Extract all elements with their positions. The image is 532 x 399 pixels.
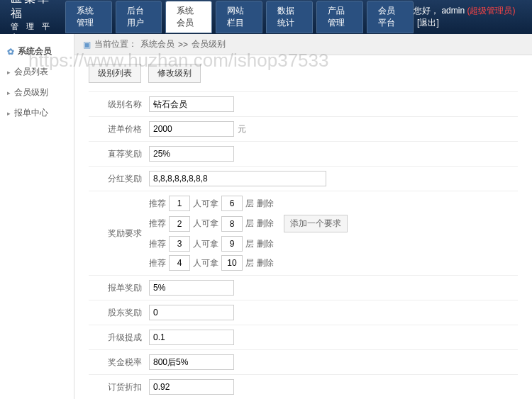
sidebar-item-1[interactable]: ▸会员级别 bbox=[0, 82, 74, 103]
shareholder-label: 股东奖励 bbox=[89, 307, 149, 319]
nav-tabs: 系统管理后台用户系统会员网站栏目数据统计产品管理会员平台 bbox=[65, 1, 414, 33]
tier-people-input[interactable] bbox=[169, 236, 190, 252]
gear-icon: ✿ bbox=[7, 47, 14, 57]
triangle-icon: ▸ bbox=[7, 89, 11, 96]
tier-delete-button[interactable]: 删除 bbox=[257, 198, 274, 210]
tier-delete-button[interactable]: 删除 bbox=[257, 257, 274, 269]
tier-row: 推荐人可拿层删除 bbox=[149, 196, 348, 211]
user-role: (超级管理员) bbox=[467, 6, 515, 16]
breadcrumb-label: 当前位置： bbox=[94, 38, 137, 50]
tax-input[interactable] bbox=[149, 354, 234, 370]
level-name-label: 级别名称 bbox=[89, 99, 149, 111]
tier-people-input[interactable] bbox=[169, 196, 190, 211]
logo-text: 匯集幸福 bbox=[11, 0, 58, 21]
breadcrumb-sep: >> bbox=[178, 40, 188, 50]
report-bonus-label: 报单奖励 bbox=[89, 282, 149, 294]
tier-label: 奖励要求 bbox=[89, 227, 149, 240]
price-unit: 元 bbox=[238, 123, 246, 135]
main-content: ▣ 当前位置： 系统会员 >> 会员级别 级别列表修改级别 级别名称 进单价格 … bbox=[74, 34, 532, 399]
direct-bonus-label: 直荐奖励 bbox=[89, 148, 149, 160]
nav-tab-6[interactable]: 会员平台 bbox=[367, 1, 414, 33]
nav-tab-2[interactable]: 系统会员 bbox=[165, 1, 212, 33]
tier-layers-input[interactable] bbox=[221, 255, 243, 271]
nav-tab-1[interactable]: 后台用户 bbox=[116, 1, 162, 33]
discount-label: 订货折扣 bbox=[89, 381, 149, 393]
tier-layers-input[interactable] bbox=[221, 236, 243, 252]
level-name-input[interactable] bbox=[149, 96, 234, 112]
nav-tab-3[interactable]: 网站栏目 bbox=[216, 1, 262, 33]
tier-row: 推荐人可拿层删除 bbox=[149, 236, 348, 252]
tier-people-input[interactable] bbox=[169, 255, 190, 271]
triangle-icon: ▸ bbox=[7, 69, 11, 76]
direct-bonus-input[interactable] bbox=[149, 146, 234, 162]
tax-label: 奖金税率 bbox=[89, 356, 149, 369]
location-icon: ▣ bbox=[83, 40, 91, 50]
price-input[interactable] bbox=[149, 121, 234, 137]
breadcrumb: ▣ 当前位置： 系统会员 >> 会员级别 bbox=[74, 34, 532, 55]
report-bonus-input[interactable] bbox=[149, 280, 234, 296]
dividend-input[interactable] bbox=[149, 171, 326, 186]
nav-tab-4[interactable]: 数据统计 bbox=[266, 1, 313, 33]
tier-row: 推荐人可拿层删除 bbox=[149, 255, 348, 271]
breadcrumb-path1: 系统会员 bbox=[140, 38, 174, 50]
nav-tab-0[interactable]: 系统管理 bbox=[65, 1, 112, 33]
tier-delete-button[interactable]: 删除 bbox=[257, 218, 274, 230]
breadcrumb-path2: 会员级别 bbox=[192, 38, 226, 50]
tier-delete-button[interactable]: 删除 bbox=[257, 238, 274, 250]
price-label: 进单价格 bbox=[89, 123, 149, 135]
tier-layers-input[interactable] bbox=[221, 196, 243, 211]
triangle-icon: ▸ bbox=[7, 110, 11, 117]
greeting: 您好， bbox=[414, 6, 439, 16]
username: admin bbox=[441, 6, 465, 16]
sub-tab-1[interactable]: 修改级别 bbox=[148, 64, 201, 83]
tier-people-input[interactable] bbox=[169, 216, 190, 232]
upgrade-label: 升级提成 bbox=[89, 332, 149, 344]
logout-link[interactable]: [退出] bbox=[417, 18, 439, 28]
shareholder-input[interactable] bbox=[149, 305, 234, 320]
discount-input[interactable] bbox=[149, 379, 234, 395]
header-user-info: 您好， admin (超级管理员) [退出] bbox=[414, 5, 521, 29]
sub-tab-0[interactable]: 级别列表 bbox=[89, 64, 141, 83]
nav-tab-5[interactable]: 产品管理 bbox=[316, 1, 363, 33]
sidebar-title: ✿ 系统会员 bbox=[0, 41, 74, 62]
sidebar-item-0[interactable]: ▸会员列表 bbox=[0, 62, 74, 82]
sidebar-item-2[interactable]: ▸报单中心 bbox=[0, 103, 74, 123]
sidebar: ✿ 系统会员 ▸会员列表▸会员级别▸报单中心 bbox=[0, 34, 74, 399]
tier-layers-input[interactable] bbox=[221, 216, 243, 232]
tier-add-button[interactable]: 添加一个要求 bbox=[284, 215, 348, 232]
header: 匯集幸福 管 理 平 台 系统管理后台用户系统会员网站栏目数据统计产品管理会员平… bbox=[0, 0, 532, 34]
dividend-label: 分红奖励 bbox=[89, 173, 149, 185]
upgrade-input[interactable] bbox=[149, 330, 234, 345]
sub-tabs: 级别列表修改级别 bbox=[74, 55, 532, 91]
tier-row: 推荐人可拿层删除添加一个要求 bbox=[149, 215, 348, 232]
